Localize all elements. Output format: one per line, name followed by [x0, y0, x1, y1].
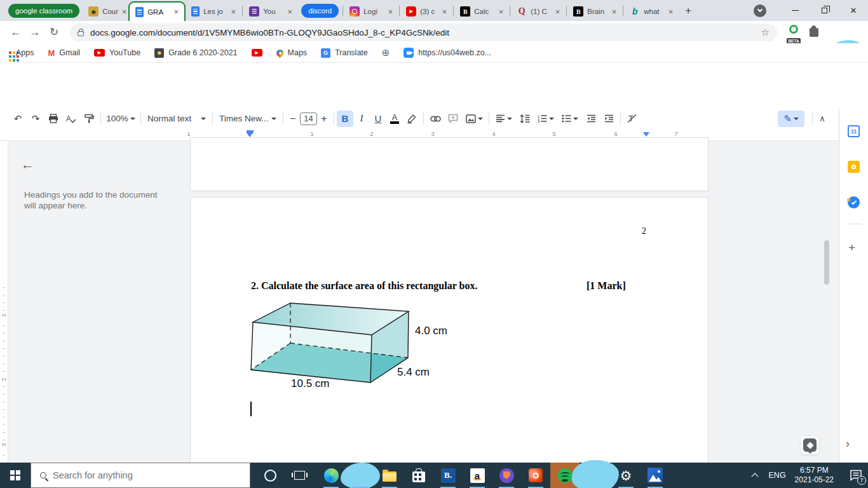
- extension-beta-icon[interactable]: BETA: [786, 25, 801, 45]
- tab-les-doc[interactable]: Les jo ×: [186, 2, 241, 21]
- tab-brainly-calc[interactable]: B Calc ×: [454, 2, 509, 21]
- bold-button[interactable]: B: [337, 111, 353, 127]
- font-size-input[interactable]: 14: [300, 112, 317, 125]
- numbered-list-button[interactable]: 123: [534, 111, 558, 127]
- close-icon[interactable]: ×: [288, 8, 293, 16]
- bookmark-zoom[interactable]: https://us04web.zo...: [403, 48, 491, 58]
- insert-link-button[interactable]: [426, 111, 444, 127]
- close-icon[interactable]: ×: [122, 8, 127, 16]
- get-addons-button[interactable]: +: [848, 241, 855, 255]
- bookmark-translate[interactable]: GTranslate: [321, 48, 368, 58]
- page-1[interactable]: [190, 137, 709, 191]
- taskbar-search[interactable]: [31, 463, 250, 488]
- bookmark-apps[interactable]: Apps: [9, 48, 34, 57]
- task-view-button[interactable]: [285, 463, 314, 488]
- search-input[interactable]: [53, 470, 218, 480]
- clear-formatting-button[interactable]: T: [623, 111, 641, 127]
- spellcheck-button[interactable]: A: [62, 111, 80, 127]
- zoom-select[interactable]: 100%: [104, 111, 138, 127]
- line-spacing-button[interactable]: [516, 111, 534, 127]
- close-icon[interactable]: ×: [231, 8, 236, 16]
- undo-button[interactable]: ↶: [9, 111, 27, 127]
- keep-icon[interactable]: [848, 161, 860, 173]
- underline-button[interactable]: U: [370, 111, 386, 127]
- hide-side-panel-button[interactable]: ›: [846, 437, 850, 451]
- hide-menus-button[interactable]: ∧: [813, 111, 831, 127]
- close-icon[interactable]: ×: [555, 8, 560, 16]
- tab-search-button[interactable]: [754, 4, 766, 17]
- right-indent-marker[interactable]: [643, 132, 649, 137]
- tasks-icon[interactable]: [848, 196, 860, 208]
- restore-button[interactable]: [810, 0, 839, 21]
- language-indicator[interactable]: ENG: [769, 471, 786, 480]
- tab-instagram[interactable]: Logi ×: [344, 2, 398, 21]
- tab-brainly[interactable]: B Brain ×: [567, 2, 622, 21]
- photos-button[interactable]: [641, 463, 670, 488]
- close-icon[interactable]: ×: [442, 8, 447, 16]
- settings-button[interactable]: ⚙: [611, 463, 641, 488]
- close-outline-button[interactable]: ←: [21, 157, 34, 172]
- tab-youtube-list[interactable]: ☰ You ×: [243, 2, 298, 21]
- bulleted-list-button[interactable]: [558, 111, 582, 127]
- print-button[interactable]: [44, 111, 62, 127]
- office-button[interactable]: O: [521, 463, 550, 488]
- file-explorer-button[interactable]: [375, 463, 404, 488]
- extensions-puzzle-icon[interactable]: [810, 28, 818, 37]
- close-icon[interactable]: ×: [499, 8, 504, 16]
- tab-group-discord[interactable]: discord: [301, 4, 339, 18]
- new-tab-button[interactable]: +: [685, 4, 691, 17]
- notification-center-button[interactable]: 7: [843, 463, 868, 488]
- clock[interactable]: 6:57 PM 2021-05-22: [795, 466, 834, 485]
- decrease-indent-button[interactable]: [582, 111, 600, 127]
- vertical-scrollbar[interactable]: [824, 240, 829, 285]
- decrease-font-button[interactable]: −: [286, 111, 300, 127]
- bookmark-maps[interactable]: Maps: [276, 48, 308, 57]
- vertical-ruler[interactable]: [0, 141, 8, 463]
- left-indent-marker[interactable]: [247, 130, 254, 137]
- close-window-button[interactable]: ×: [839, 0, 868, 21]
- bookmark-youtube[interactable]: ▶YouTube: [94, 48, 140, 57]
- forward-button[interactable]: →: [25, 26, 44, 39]
- italic-button[interactable]: I: [353, 111, 370, 127]
- redo-button[interactable]: ↷: [27, 111, 44, 127]
- tab-group-google-classroom[interactable]: google classroom: [8, 4, 79, 18]
- tab-youtube[interactable]: ▶ (3) c ×: [400, 2, 452, 21]
- amazon-button[interactable]: a: [463, 463, 492, 488]
- insert-image-button[interactable]: [462, 111, 486, 127]
- tab-quora[interactable]: Q (1) C ×: [511, 2, 566, 21]
- tab-courses[interactable]: ☻ Cour ×: [83, 2, 128, 21]
- close-icon[interactable]: ×: [612, 8, 617, 16]
- tab-grade-doc-active[interactable]: GRA ×: [128, 1, 186, 21]
- close-icon[interactable]: ×: [668, 8, 674, 16]
- chrome-button[interactable]: [346, 463, 375, 488]
- calendar-icon[interactable]: 31: [848, 125, 860, 137]
- bookmark-classroom[interactable]: ☻Grade 6 2020-2021: [154, 48, 237, 58]
- shield-app-button[interactable]: [492, 463, 521, 488]
- editing-mode-button[interactable]: ✎: [778, 111, 804, 127]
- bookmark-youtube-2[interactable]: ▶: [252, 49, 262, 57]
- tab-bing[interactable]: b what ×: [624, 2, 679, 21]
- increase-font-button[interactable]: +: [317, 111, 331, 127]
- bookmark-globe[interactable]: ⊕: [382, 47, 390, 58]
- start-button[interactable]: [0, 463, 31, 488]
- close-icon[interactable]: ×: [388, 8, 393, 16]
- paragraph-style-select[interactable]: Normal text: [144, 111, 210, 127]
- brainly-app-button[interactable]: B.: [433, 463, 463, 488]
- align-button[interactable]: [492, 111, 516, 127]
- insert-comment-button[interactable]: [444, 111, 462, 127]
- reload-button[interactable]: ↻: [44, 25, 64, 39]
- back-button[interactable]: ←: [6, 26, 25, 39]
- covered-app-button[interactable]: [580, 463, 609, 488]
- cortana-button[interactable]: [255, 463, 285, 488]
- text-color-button[interactable]: A: [386, 111, 403, 127]
- explore-button[interactable]: [800, 435, 820, 455]
- increase-indent-button[interactable]: [600, 111, 618, 127]
- address-bar[interactable]: docs.google.com/document/d/1V5MYMB6wio0B…: [70, 24, 777, 41]
- highlight-button[interactable]: [403, 111, 421, 127]
- paint-format-button[interactable]: [80, 111, 98, 127]
- font-select[interactable]: Times New...: [215, 111, 280, 127]
- close-icon[interactable]: ×: [174, 8, 179, 16]
- url-text[interactable]: docs.google.com/document/d/1V5MYMB6wio0B…: [90, 28, 449, 37]
- store-button[interactable]: [404, 463, 433, 488]
- bookmark-star-icon[interactable]: ☆: [761, 27, 770, 38]
